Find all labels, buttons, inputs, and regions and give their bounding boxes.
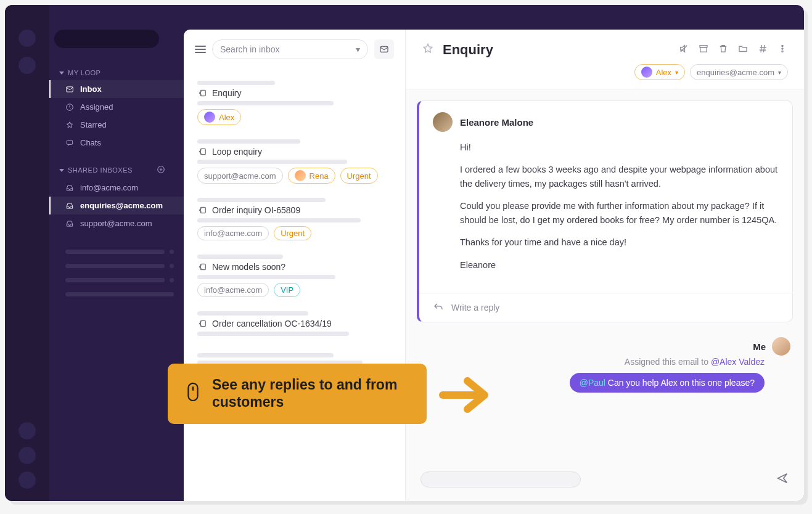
shared-inbox-enquiries[interactable]: enquiries@acme.com: [49, 197, 184, 214]
menu-icon[interactable]: [195, 46, 206, 53]
shared-inbox-info[interactable]: info@acme.com: [49, 179, 184, 197]
chip[interactable]: VIP: [274, 283, 300, 297]
send-icon[interactable]: [776, 471, 789, 487]
shared-inbox-support[interactable]: support@acme.com: [49, 214, 184, 232]
comment-bubble: @Paul Can you help Alex on this one plea…: [570, 373, 765, 393]
trash-icon[interactable]: [718, 43, 729, 57]
convo-title: Order cancellation OC-1634/19: [197, 319, 392, 328]
mute-icon[interactable]: [678, 43, 689, 57]
body-line: Could you please provide me with further…: [460, 199, 779, 227]
composer-input[interactable]: [420, 471, 581, 487]
sidebar-skeleton: [49, 245, 184, 259]
chat-icon: [65, 139, 74, 147]
assignee-chip[interactable]: Alex ▾: [634, 64, 685, 80]
folder-icon[interactable]: [737, 43, 748, 57]
detail-header: Enquiry Alex ▾: [406, 30, 804, 89]
chip-label: support@acme.com: [204, 171, 276, 181]
chip-label: Urgent: [347, 171, 371, 181]
skeleton-line: [197, 198, 326, 202]
skeleton-line: [197, 160, 347, 164]
skeleton-line: [197, 255, 283, 259]
chips-row: Alex: [197, 109, 392, 125]
chip[interactable]: Rena: [288, 168, 335, 184]
rail-bottom-item[interactable]: [18, 471, 36, 489]
chip-label: Alex: [656, 68, 671, 77]
chip[interactable]: info@acme.com: [197, 283, 269, 297]
mailbox-chip[interactable]: enquiries@acme.com ▾: [690, 64, 788, 80]
conversation-item[interactable]: Order inquiry OI-65809info@acme.comUrgen…: [184, 190, 405, 247]
reply-button[interactable]: Write a reply: [419, 293, 792, 322]
callout-title: See any replies to and from customers: [212, 377, 409, 410]
callout-banner: See any replies to and from customers: [168, 364, 427, 424]
add-inbox-icon[interactable]: [157, 165, 174, 175]
conversation-item[interactable]: New models soon?info@acme.comVIP: [184, 247, 405, 303]
nav-label: support@acme.com: [80, 219, 152, 228]
chip-label: Urgent: [281, 229, 305, 238]
workspace-item[interactable]: [18, 30, 36, 47]
chip[interactable]: Alex: [197, 109, 241, 125]
star-icon[interactable]: [422, 43, 434, 57]
chip-label: Alex: [219, 113, 234, 122]
skeleton-line: [197, 332, 349, 336]
archive-icon[interactable]: [698, 43, 709, 57]
account-pill[interactable]: [54, 30, 159, 48]
conversation-item[interactable]: Loop enquirysupport@acme.comRenaUrgent: [184, 131, 405, 190]
conversation-item[interactable]: Order cancellation OC-1634/19: [184, 303, 405, 345]
chip[interactable]: Urgent: [340, 168, 378, 184]
nav-label: enquiries@acme.com: [80, 201, 163, 210]
nav-label: Assigned: [80, 102, 113, 112]
search-input[interactable]: Search in inbox ▾: [212, 39, 368, 59]
hash-icon[interactable]: [757, 43, 768, 57]
nav-chats[interactable]: Chats: [49, 134, 184, 152]
convo-title: Order inquiry OI-65809: [197, 205, 392, 215]
chip-label: info@acme.com: [204, 229, 262, 238]
more-icon[interactable]: [777, 43, 788, 57]
chips-row: support@acme.comRenaUrgent: [197, 168, 392, 184]
chevron-down-icon: ▾: [675, 69, 678, 76]
nav-label: Starred: [80, 120, 107, 129]
toolbar: [678, 43, 788, 57]
reply-icon: [433, 302, 444, 313]
sidebar: MY LOOP Inbox Assigned Starred Chats SHA…: [49, 5, 184, 501]
svg-rect-2: [67, 140, 72, 144]
mention[interactable]: @Alex Valdez: [711, 357, 765, 367]
nav-inbox[interactable]: Inbox: [49, 80, 184, 98]
app-window: MY LOOP Inbox Assigned Starred Chats SHA…: [5, 5, 804, 501]
sidebar-skeleton: [49, 287, 184, 301]
inbox-icon: [65, 85, 74, 94]
sender-avatar: [433, 112, 453, 132]
assign-line: Assigned this email to @Alex Valdez: [419, 357, 765, 367]
chip[interactable]: Urgent: [274, 226, 311, 240]
detail-pane: Enquiry Alex ▾: [406, 30, 804, 501]
rail-bottom-item[interactable]: [18, 422, 36, 439]
sender-name: Eleanore Malone: [460, 117, 533, 128]
svg-point-14: [782, 48, 783, 49]
conversation-list: Search in inbox ▾ EnquiryAlexLoop enquir…: [184, 30, 406, 501]
body-line: Eleanore: [460, 258, 779, 272]
reply-label: Write a reply: [451, 303, 499, 312]
message-card: Eleanore Malone Hi! I ordered a few book…: [417, 100, 793, 322]
section-shared-inboxes[interactable]: SHARED INBOXES: [49, 161, 184, 179]
avatar-icon: [641, 67, 652, 78]
svg-point-15: [782, 51, 783, 52]
chip-label: VIP: [281, 285, 293, 295]
star-icon: [65, 121, 74, 129]
nav-assigned[interactable]: Assigned: [49, 98, 184, 116]
section-my-loop[interactable]: MY LOOP: [49, 65, 184, 80]
subject-title: Enquiry: [443, 42, 493, 58]
mention[interactable]: @Paul: [580, 378, 605, 388]
rail-bottom-item[interactable]: [18, 447, 36, 464]
chip[interactable]: support@acme.com: [197, 168, 283, 184]
workspace-item[interactable]: [18, 57, 36, 74]
nav-label: Inbox: [80, 84, 102, 94]
chevron-down-icon: [59, 169, 64, 172]
svg-point-13: [782, 45, 783, 46]
compose-button[interactable]: [374, 39, 394, 59]
conversation-item[interactable]: EnquiryAlex: [184, 73, 405, 131]
body-line: Hi!: [460, 141, 779, 154]
nav-starred[interactable]: Starred: [49, 116, 184, 134]
message-body: Hi! I ordered a few books 3 weeks ago an…: [419, 136, 792, 293]
chip[interactable]: info@acme.com: [197, 226, 269, 240]
search-placeholder: Search in inbox: [220, 44, 280, 54]
convo-title: Loop enquiry: [197, 147, 392, 157]
